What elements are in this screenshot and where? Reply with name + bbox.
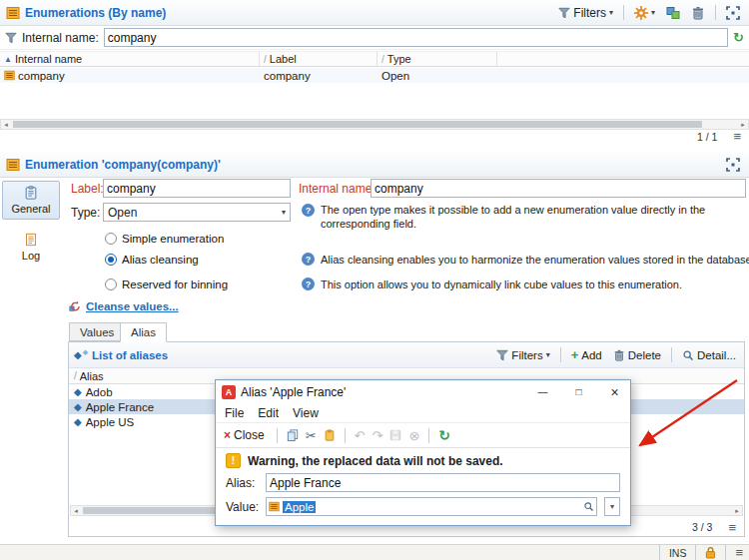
radio-reserved-for-binning[interactable] (105, 279, 117, 290)
redo-icon[interactable]: ↷ (373, 429, 383, 442)
diamond-icon: ◆ (74, 402, 82, 412)
cell-internal-name: company (0, 70, 260, 82)
close-dialog-button[interactable]: × Close (221, 427, 268, 443)
toolbar-separator (671, 347, 672, 362)
copy-icon[interactable] (287, 429, 299, 441)
value-selected-text: Apple (283, 501, 316, 513)
search-icon[interactable] (583, 501, 594, 512)
lock-icon[interactable] (705, 546, 716, 559)
diamond-icon: ◆ (83, 348, 88, 355)
radio-label-reserved-for-binning[interactable]: Reserved for binning (122, 279, 228, 290)
status-bar: INS ≡ (0, 544, 749, 560)
toolbar-separator (345, 428, 346, 443)
toolbar-separator (715, 5, 716, 20)
dialog-title: Alias 'Apple France' (241, 385, 522, 399)
save-icon[interactable] (389, 429, 401, 441)
scrollbar-thumb[interactable] (13, 121, 702, 128)
panels-button[interactable] (663, 5, 683, 21)
gear-icon (634, 6, 648, 20)
scroll-left-arrow[interactable]: ◂ (71, 506, 81, 515)
settings-button[interactable]: ▾ (631, 5, 658, 21)
value-field-label: Value: (226, 500, 260, 514)
value-dropdown-button[interactable]: ▾ (604, 497, 620, 516)
cancel-icon[interactable]: ⊗ (408, 429, 419, 442)
grid-menu-icon[interactable]: ≡ (728, 522, 736, 533)
column-label: Internal name (15, 53, 82, 65)
cleanse-values-link[interactable]: Cleanse values... (86, 300, 179, 312)
delete-enumeration-button[interactable] (688, 5, 708, 21)
type-help-text: The open type makes it possible to add a… (321, 204, 748, 231)
diamond-icon: ◆ (74, 387, 82, 397)
radio-label-alias-cleansing[interactable]: Alias cleansing (122, 254, 199, 266)
filter-funnel-icon (5, 32, 17, 44)
cut-icon[interactable]: ✂ (306, 429, 317, 442)
column-header-label[interactable]: / Label (260, 52, 377, 66)
scroll-right-arrow[interactable]: ▸ (738, 120, 748, 129)
menu-edit[interactable]: Edit (251, 406, 286, 420)
toolbar-separator (560, 347, 561, 362)
internal-name-filter-input[interactable] (104, 28, 728, 47)
help-icon: ? (302, 278, 315, 290)
tab-alias[interactable]: Alias (120, 322, 167, 342)
radio-alias-cleansing[interactable] (105, 254, 117, 266)
tab-values[interactable]: Values (69, 322, 125, 341)
expand-icon (726, 158, 740, 172)
internal-name-input[interactable] (371, 179, 746, 198)
refresh-icon[interactable]: ↻ (438, 428, 450, 442)
cell-label: company (260, 70, 377, 82)
close-button[interactable]: × (599, 380, 630, 403)
radio-label-simple-enumeration[interactable]: Simple enumeration (122, 233, 224, 245)
add-alias-button[interactable]: + Add (568, 348, 605, 362)
tab-general[interactable]: General (2, 181, 60, 220)
undo-icon[interactable]: ↶ (355, 429, 366, 442)
filters-button[interactable]: Filters ▾ (555, 5, 616, 21)
minimize-button[interactable]: — (527, 380, 558, 403)
binning-help-text: This option allows you to dynamically li… (321, 279, 682, 292)
maximize-button[interactable]: □ (563, 380, 594, 403)
enumeration-table-row[interactable]: company company Open (0, 68, 749, 83)
delete-alias-button[interactable]: Delete (610, 348, 664, 362)
application-window: Enumerations (By name) Filters ▾ ▾ (0, 0, 749, 560)
expand-icon (726, 6, 740, 20)
enumerations-list-panel: Enumerations (By name) Filters ▾ ▾ (0, 0, 749, 142)
dialog-titlebar[interactable]: A Alias 'Apple France' — □ × (216, 380, 630, 403)
maximize-panel-button[interactable] (723, 5, 743, 21)
scroll-right-arrow[interactable]: ▸ (732, 506, 742, 515)
magnifier-icon (682, 349, 694, 361)
tab-log[interactable]: Log (2, 228, 60, 267)
alias-name: Apple France (86, 401, 154, 413)
enumeration-icon (4, 70, 15, 81)
grid-footer: 1 / 1 ≡ (0, 131, 749, 142)
panel-title: Enumerations (By name) (25, 6, 166, 20)
alias-list-title: List of aliases (92, 349, 168, 361)
row-count: 3 / 3 (692, 521, 712, 533)
alias-filters-button[interactable]: Filters ▾ (493, 348, 552, 362)
detail-alias-button[interactable]: Detail... (679, 348, 739, 362)
maximize-panel-button[interactable] (723, 157, 743, 173)
column-header-type[interactable]: / Type (377, 52, 497, 66)
tab-label: General (11, 203, 50, 215)
sort-ascending-icon: ▲ (4, 55, 12, 64)
enumerations-grid-header: ▲ Internal name / Label / Type (0, 51, 749, 67)
grid-menu-icon[interactable]: ≡ (733, 131, 741, 142)
alias-input[interactable] (266, 473, 620, 492)
statusbar-separator (725, 545, 726, 560)
paste-icon[interactable] (324, 429, 336, 441)
radio-simple-enumeration[interactable] (105, 233, 117, 245)
value-combo-input[interactable]: Apple (266, 497, 597, 516)
type-select-value: Open (108, 206, 137, 220)
statusbar-menu-icon[interactable]: ≡ (735, 547, 743, 558)
label-input[interactable] (103, 179, 291, 198)
menu-view[interactable]: View (286, 406, 326, 420)
alias-list-title-wrap: ◆ ◆ List of aliases (74, 349, 168, 361)
horizontal-scrollbar[interactable]: ◂ ▸ (0, 119, 749, 130)
type-select[interactable]: Open ▾ (103, 203, 291, 222)
close-x-icon: × (224, 428, 231, 442)
column-header-internal-name[interactable]: ▲ Internal name (0, 52, 260, 66)
scroll-left-arrow[interactable]: ◂ (1, 120, 11, 129)
refresh-icon[interactable]: ↻ (733, 31, 744, 44)
warning-text: Warning, the replaced data will not be s… (248, 454, 503, 468)
toolbar-separator (623, 5, 624, 20)
tab-label: Alias (131, 326, 156, 338)
menu-file[interactable]: File (218, 406, 251, 420)
